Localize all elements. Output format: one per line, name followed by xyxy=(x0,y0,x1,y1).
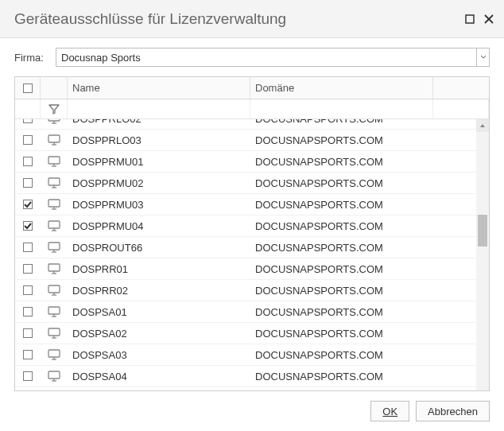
row-checkbox[interactable] xyxy=(15,151,41,172)
svg-rect-16 xyxy=(48,200,60,207)
row-checkbox[interactable] xyxy=(15,301,41,322)
row-checkbox[interactable] xyxy=(15,258,41,279)
cell-name: DOSPPRMU01 xyxy=(68,151,250,172)
maximize-button[interactable] xyxy=(464,14,475,25)
row-checkbox[interactable] xyxy=(15,130,41,150)
grid-header: Name Domäne xyxy=(15,77,489,99)
cell-domain: DOCUSNAPSPORTS.COM xyxy=(250,280,433,301)
monitor-icon xyxy=(41,323,68,344)
cell-domain: DOCUSNAPSPORTS.COM xyxy=(250,216,433,236)
cancel-button[interactable]: Abbrechen xyxy=(416,401,490,421)
grid-rows: DOSPPRLO02DOCUSNAPSPORTS.COMDOSPPRLO03DO… xyxy=(15,119,489,390)
monitor-icon xyxy=(41,237,68,258)
table-row[interactable]: DOSPRR01DOCUSNAPSPORTS.COM xyxy=(15,258,489,280)
row-checkbox[interactable] xyxy=(15,119,41,129)
cell-domain: DOCUSNAPSPORTS.COM xyxy=(250,119,433,129)
row-checkbox[interactable] xyxy=(15,173,41,193)
table-row[interactable]: DOSPPRLO03DOCUSNAPSPORTS.COM xyxy=(15,130,489,151)
column-header-icon xyxy=(41,77,68,99)
cell-domain: DOCUSNAPSPORTS.COM xyxy=(250,237,433,258)
svg-rect-13 xyxy=(48,178,60,185)
svg-rect-25 xyxy=(48,264,60,271)
close-button[interactable] xyxy=(483,14,494,25)
row-checkbox[interactable] xyxy=(15,280,41,301)
svg-marker-3 xyxy=(49,105,59,114)
column-header-name[interactable]: Name xyxy=(68,77,250,99)
grid-body: DOSPPRLO02DOCUSNAPSPORTS.COMDOSPPRLO03DO… xyxy=(15,119,489,390)
cell-domain: DOCUSNAPSPORTS.COM xyxy=(250,173,433,193)
cell-name: DOSPROUT66 xyxy=(68,237,250,258)
monitor-icon xyxy=(41,301,68,322)
row-checkbox[interactable] xyxy=(15,194,41,215)
filter-cell-check xyxy=(15,99,41,118)
cell-name: DOSPSA03 xyxy=(68,344,250,365)
cell-domain: DOCUSNAPSPORTS.COM xyxy=(250,344,433,365)
monitor-icon xyxy=(41,366,68,386)
table-row[interactable]: DOSPSA05DOCUSNAPSPORTS.COM xyxy=(15,387,489,390)
svg-rect-10 xyxy=(48,157,60,164)
table-row[interactable]: DOSPSA01DOCUSNAPSPORTS.COM xyxy=(15,301,489,323)
select-all-checkbox[interactable] xyxy=(15,77,41,99)
table-row[interactable]: DOSPRR02DOCUSNAPSPORTS.COM xyxy=(15,280,489,301)
cell-name: DOSPPRMU03 xyxy=(68,194,250,215)
monitor-icon xyxy=(41,280,68,301)
table-row[interactable]: DOSPROUT66DOCUSNAPSPORTS.COM xyxy=(15,237,489,258)
table-row[interactable]: DOSPPRLO02DOCUSNAPSPORTS.COM xyxy=(15,119,489,130)
cell-name: DOSPRR02 xyxy=(68,280,250,301)
table-row[interactable]: DOSPPRMU04DOCUSNAPSPORTS.COM xyxy=(15,216,489,237)
table-row[interactable]: DOSPSA04DOCUSNAPSPORTS.COM xyxy=(15,366,489,387)
dialog-window: Geräteausschlüsse für Lizenzverwaltung F… xyxy=(0,0,504,431)
cell-domain: DOCUSNAPSPORTS.COM xyxy=(250,323,433,344)
filter-icon[interactable] xyxy=(41,99,68,118)
cell-name: DOSPPRLO03 xyxy=(68,130,250,150)
scroll-thumb[interactable] xyxy=(478,215,487,247)
chevron-down-icon[interactable] xyxy=(476,49,489,66)
company-selector: Firma: Docusnap Sports xyxy=(0,38,504,76)
row-checkbox[interactable] xyxy=(15,237,41,258)
filter-cell-domain[interactable] xyxy=(250,99,433,118)
row-checkbox[interactable] xyxy=(15,366,41,386)
cell-name: DOSPPRMU02 xyxy=(68,173,250,193)
monitor-icon xyxy=(41,258,68,279)
table-row[interactable]: DOSPPRMU02DOCUSNAPSPORTS.COM xyxy=(15,173,489,194)
row-checkbox[interactable] xyxy=(15,387,41,390)
svg-rect-0 xyxy=(466,15,474,23)
cell-domain: DOCUSNAPSPORTS.COM xyxy=(250,387,433,390)
cell-name: DOSPRR01 xyxy=(68,258,250,279)
cell-domain: DOCUSNAPSPORTS.COM xyxy=(250,130,433,150)
vertical-scrollbar[interactable] xyxy=(476,119,489,390)
column-header-spacer xyxy=(433,77,489,99)
svg-rect-19 xyxy=(48,221,60,228)
cell-domain: DOCUSNAPSPORTS.COM xyxy=(250,194,433,215)
company-value: Docusnap Sports xyxy=(56,52,476,64)
cell-domain: DOCUSNAPSPORTS.COM xyxy=(250,366,433,386)
table-row[interactable]: DOSPSA02DOCUSNAPSPORTS.COM xyxy=(15,323,489,344)
filter-cell-spacer xyxy=(433,99,489,118)
company-label: Firma: xyxy=(14,52,49,64)
ok-button[interactable]: OK xyxy=(370,401,409,421)
row-checkbox[interactable] xyxy=(15,344,41,365)
monitor-icon xyxy=(41,119,68,129)
monitor-icon xyxy=(41,130,68,150)
monitor-icon xyxy=(41,151,68,172)
row-checkbox[interactable] xyxy=(15,323,41,344)
table-row[interactable]: DOSPPRMU01DOCUSNAPSPORTS.COM xyxy=(15,151,489,173)
cell-name: DOSPSA05 xyxy=(68,387,250,390)
device-grid: Name Domäne DOSPPRLO02DOCUSNAPSPORTS.COM… xyxy=(14,76,490,391)
company-combobox[interactable]: Docusnap Sports xyxy=(56,48,490,67)
table-row[interactable]: DOSPSA03DOCUSNAPSPORTS.COM xyxy=(15,344,489,366)
filter-cell-name[interactable] xyxy=(68,99,250,118)
cell-domain: DOCUSNAPSPORTS.COM xyxy=(250,151,433,172)
column-header-domain[interactable]: Domäne xyxy=(250,77,433,99)
cell-domain: DOCUSNAPSPORTS.COM xyxy=(250,301,433,322)
cell-domain: DOCUSNAPSPORTS.COM xyxy=(250,258,433,279)
cell-name: DOSPSA02 xyxy=(68,323,250,344)
scroll-up-icon[interactable] xyxy=(476,119,489,132)
dialog-buttons: OK Abbrechen xyxy=(0,391,504,431)
svg-rect-40 xyxy=(48,371,60,379)
table-row[interactable]: DOSPPRMU03DOCUSNAPSPORTS.COM xyxy=(15,194,489,216)
row-checkbox[interactable] xyxy=(15,216,41,236)
svg-rect-7 xyxy=(48,135,60,142)
monitor-icon xyxy=(41,173,68,193)
monitor-icon xyxy=(41,194,68,215)
